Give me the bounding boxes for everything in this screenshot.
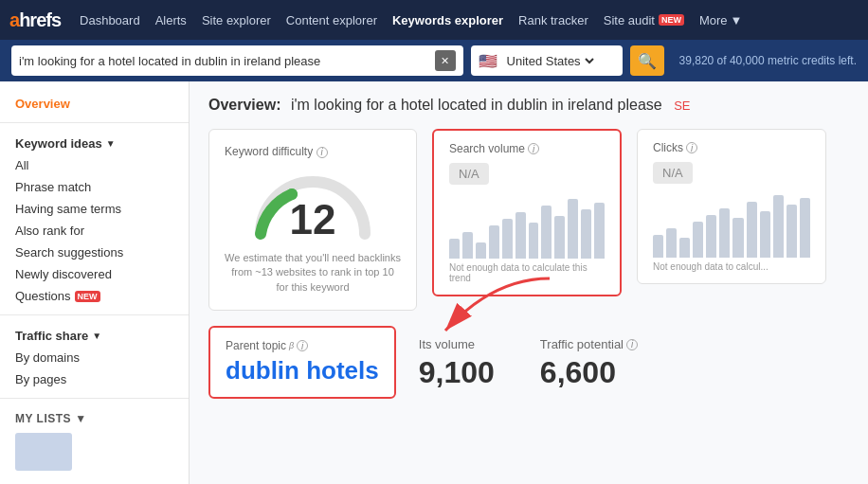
sv-label: Search volume i (449, 142, 605, 155)
site-audit-badge: NEW (659, 14, 684, 26)
clicks-card: Clicks i N/A No (637, 129, 826, 284)
kd-info-icon[interactable]: i (316, 147, 328, 158)
chart-bar (719, 208, 730, 259)
its-volume-value: 9,100 (419, 355, 495, 390)
chevron-down-icon: ▼ (106, 138, 116, 149)
chart-bar (568, 199, 578, 259)
nav-site-audit[interactable]: Site audit NEW (604, 13, 684, 27)
chart-bar (489, 225, 499, 259)
sidebar-keyword-ideas-header[interactable]: Keyword ideas ▼ (0, 131, 189, 154)
my-lists-chevron-icon: ▼ (75, 412, 86, 425)
bottom-row: Parent topic β i dublin hotels Its volum… (208, 326, 849, 402)
kd-label: Keyword difficulty i (225, 145, 401, 158)
nav-site-explorer[interactable]: Site explorer (202, 13, 271, 27)
sidebar-item-by-domains[interactable]: By domains (0, 347, 189, 368)
nav-keywords-explorer[interactable]: Keywords explorer (392, 13, 503, 27)
sidebar-item-overview[interactable]: Overview (0, 93, 189, 115)
list-avatar (15, 433, 72, 471)
clicks-chart-note: Not enough data to calcul... (653, 261, 810, 272)
nav-dashboard[interactable]: Dashboard (80, 13, 140, 27)
sidebar-item-having-same-terms[interactable]: Having same terms (0, 198, 189, 220)
clicks-info-icon[interactable]: i (686, 142, 697, 153)
sidebar-item-phrase-match[interactable]: Phrase match (0, 176, 189, 198)
chart-bar (502, 219, 513, 259)
chart-bar (581, 209, 591, 260)
beta-badge: β (289, 341, 294, 350)
credits-text: 39,820 of 40,000 metric credits left. (679, 54, 857, 67)
traffic-potential-info-icon[interactable]: i (626, 339, 638, 350)
overview-title: Overview: i'm looking for a hotel locate… (208, 97, 849, 114)
search-go-button[interactable]: 🔍 (630, 45, 664, 76)
chart-bar (706, 215, 716, 259)
country-select[interactable]: United States (503, 53, 597, 69)
nav-more[interactable]: More ▼ (699, 13, 743, 27)
search-bar: ✕ 🇺🇸 United States 🔍 39,820 of 40,000 me… (0, 40, 868, 81)
search-input[interactable] (19, 54, 429, 68)
parent-topic-value[interactable]: dublin hotels (226, 356, 379, 385)
sidebar-item-questions[interactable]: Questions NEW (0, 285, 189, 307)
sidebar: Overview Keyword ideas ▼ All Phrase matc… (0, 81, 190, 484)
its-volume-card: Its volume 9,100 (396, 326, 517, 402)
chart-bar (760, 211, 770, 258)
chart-bar (529, 223, 539, 260)
chart-bar (747, 202, 757, 259)
my-lists-header[interactable]: MY LISTS ▼ (0, 406, 189, 429)
flag-icon: 🇺🇸 (479, 52, 497, 70)
clicks-value: N/A (653, 162, 693, 184)
sv-chart (449, 192, 605, 259)
chart-bar (800, 198, 810, 258)
main-layout: Overview Keyword ideas ▼ All Phrase matc… (0, 81, 868, 484)
chart-bar (693, 222, 703, 259)
clear-search-button[interactable]: ✕ (435, 50, 456, 71)
clicks-label: Clicks i (653, 141, 810, 154)
nav-rank-tracker[interactable]: Rank tracker (518, 13, 588, 27)
se-badge: SE (674, 99, 690, 113)
traffic-potential-label: Traffic potential i (540, 337, 638, 351)
traffic-potential-value: 6,600 (540, 355, 638, 390)
chart-bar (732, 218, 743, 258)
nav-alerts[interactable]: Alerts (155, 13, 187, 27)
chart-bar (679, 238, 690, 258)
sidebar-traffic-share-header[interactable]: Traffic share ▼ (0, 323, 189, 347)
country-select-wrap: 🇺🇸 United States (471, 45, 623, 76)
kd-value: 12 (290, 196, 336, 243)
chart-bar (449, 239, 460, 259)
chart-bar (554, 216, 565, 260)
traffic-chevron-icon: ▼ (92, 331, 101, 341)
sidebar-item-by-pages[interactable]: By pages (0, 368, 189, 390)
clicks-chart (653, 191, 810, 258)
chart-bar (653, 235, 663, 259)
chart-bar (541, 206, 552, 259)
traffic-potential-card: Traffic potential i 6,600 (517, 326, 660, 402)
sv-chart-note: Not enough data to calculate this trend (449, 262, 605, 283)
kd-description: We estimate that you'll need backlinks f… (225, 251, 401, 295)
questions-badge: NEW (75, 291, 100, 302)
parent-topic-card: Parent topic β i dublin hotels (208, 326, 396, 399)
sv-value: N/A (449, 163, 489, 185)
chart-bar (773, 195, 784, 259)
sv-info-icon[interactable]: i (528, 143, 539, 154)
sidebar-item-newly-discovered[interactable]: Newly discovered (0, 263, 189, 285)
sidebar-item-search-suggestions[interactable]: Search suggestions (0, 242, 189, 263)
chart-bar (476, 242, 486, 260)
kd-gauge: 12 (225, 168, 401, 243)
chart-bar (462, 232, 473, 259)
nav-content-explorer[interactable]: Content explorer (286, 13, 377, 27)
top-nav: ahrefs Dashboard Alerts Site explorer Co… (0, 0, 868, 40)
parent-topic-label: Parent topic β i (226, 339, 379, 352)
metrics-row: Keyword difficulty i 12 We estimate that… (208, 129, 849, 311)
keyword-difficulty-card: Keyword difficulty i 12 We estimate that… (208, 129, 417, 311)
content-area: Overview: i'm looking for a hotel locate… (190, 81, 868, 484)
sidebar-item-all[interactable]: All (0, 154, 189, 176)
chart-bar (666, 228, 677, 259)
chart-bar (515, 212, 526, 259)
its-volume-label: Its volume (419, 337, 495, 351)
search-input-wrap: ✕ (11, 45, 463, 76)
chart-bar (594, 203, 605, 260)
parent-topic-info-icon[interactable]: i (297, 340, 308, 351)
search-volume-card: Search volume i N/A (432, 129, 622, 296)
logo: ahrefs (9, 9, 61, 31)
sidebar-item-also-rank-for[interactable]: Also rank for (0, 220, 189, 242)
chart-bar (787, 205, 797, 258)
